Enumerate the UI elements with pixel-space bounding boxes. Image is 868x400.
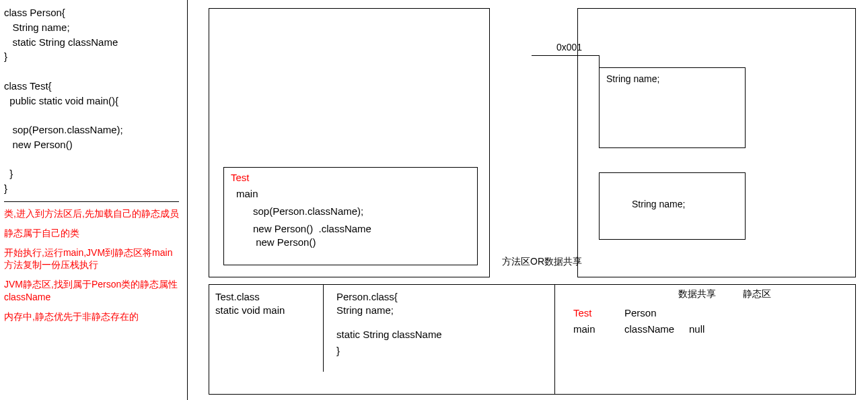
note-4: JVM静态区,找到属于Person类的静态属性className [4,278,181,304]
shared-label-1: 数据共享 [678,288,716,300]
shared-label-2: 静态区 [743,288,771,300]
method-test-line1: Test.class [215,291,260,302]
method-test-line2: static void main [215,304,285,316]
heap-obj1-field: String name; [606,73,659,84]
stack-line-4: new Person() [236,236,316,248]
heap-object-2: String name; [599,172,746,240]
note-5: 内存中,静态优先于非静态存在的 [4,310,181,323]
heap-object-1: String name; [599,67,746,148]
method-sep-2 [554,284,555,395]
left-panel: class Person{ String name; static String… [0,0,185,400]
shared-person-head: Person [624,307,657,319]
stack-line-1: main [236,188,258,199]
heap-obj2-field: String name; [632,199,685,209]
method-person-line1: Person.class{ [336,291,398,302]
stack-line-2: sop(Person.className); [236,205,363,217]
shared-test-main: main [573,323,595,335]
code-listing: class Person{ String name; static String… [4,5,181,196]
method-person-line4: } [336,345,340,356]
stack-line-3: new Person() .className [236,223,371,234]
method-area-label: 方法区OR数据共享 [502,256,582,268]
note-1: 类,进入到方法区后,先加载自己的静态成员 [4,207,181,220]
note-3: 开始执行,运行main,JVM到静态区将main方法复制一份压栈执行 [4,246,181,272]
method-sep-1 [323,284,324,372]
shared-test-head: Test [573,307,592,319]
heap-address: 0x001 [556,42,582,53]
stack-frame: Test main sop(Person.className); new Per… [223,167,478,265]
method-person-line2: String name; [336,304,394,316]
hr-divider [4,201,179,202]
note-2: 静态属于自己的类 [4,227,181,240]
shared-person-cn: className [624,323,674,335]
method-person-line3: static String className [336,329,442,340]
method-area [209,284,856,395]
addr-vline [599,55,600,67]
stack-frame-title: Test [231,172,250,183]
addr-hline [532,55,599,56]
vertical-divider [187,0,188,400]
shared-null: null [689,323,704,335]
